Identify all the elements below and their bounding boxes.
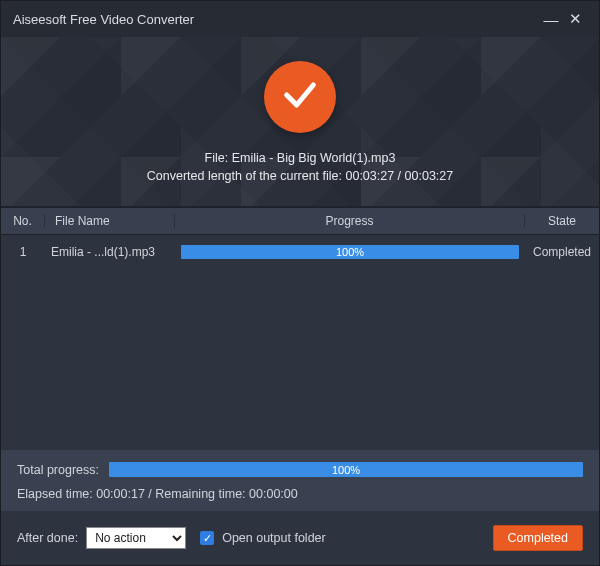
cell-progress: 100% [175,245,525,259]
table-row: 1 Emilia - ...ld(1).mp3 100% Completed [1,235,599,269]
status-banner: File: Emilia - Big Big World(1).mp3 Conv… [1,37,599,207]
after-done-label: After done: [17,531,78,545]
open-output-label: Open output folder [222,531,326,545]
col-header-progress: Progress [175,214,525,228]
col-header-state: State [525,214,599,228]
file-rows: 1 Emilia - ...ld(1).mp3 100% Completed [1,235,599,450]
table-header: No. File Name Progress State [1,207,599,235]
open-output-checkbox[interactable]: ✓ [200,531,214,545]
total-progress-label: Total progress: [17,463,99,477]
close-button[interactable]: ✕ [563,10,587,28]
titlebar: Aiseesoft Free Video Converter ― ✕ [1,1,599,37]
after-done-select[interactable]: No action [86,527,186,549]
check-icon [280,75,320,118]
total-progress-panel: Total progress: 100% Elapsed time: 00:00… [1,450,599,511]
row-progress-label: 100% [181,245,519,259]
minimize-button[interactable]: ― [539,11,563,28]
converted-length-label: Converted length of the current file: 00… [147,169,453,183]
cell-state: Completed [525,245,599,259]
col-header-name: File Name [45,214,175,228]
app-title: Aiseesoft Free Video Converter [13,12,539,27]
time-summary: Elapsed time: 00:00:17 / Remaining time:… [17,487,583,501]
action-bar: After done: No action ✓ Open output fold… [1,511,599,565]
current-file-label: File: Emilia - Big Big World(1).mp3 [205,151,396,165]
col-header-no: No. [1,214,45,228]
cell-name: Emilia - ...ld(1).mp3 [45,245,175,259]
completed-button[interactable]: Completed [493,525,583,551]
app-window: Aiseesoft Free Video Converter ― ✕ File:… [0,0,600,566]
row-progress-bar: 100% [181,245,519,259]
total-progress-pct: 100% [109,462,583,477]
cell-no: 1 [1,245,45,259]
success-circle [264,61,336,133]
total-progress-bar: 100% [109,462,583,477]
